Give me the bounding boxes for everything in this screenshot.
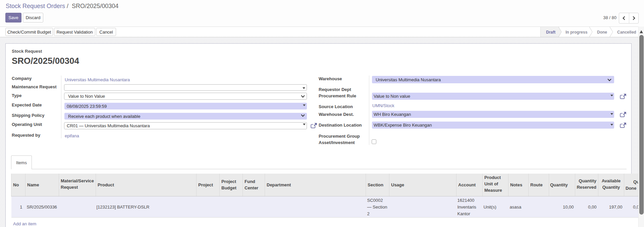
svg-text:Cancelled: Cancelled — [617, 30, 636, 35]
svg-text:Done: Done — [597, 30, 607, 35]
svg-text:In progress: In progress — [566, 30, 588, 35]
svg-text:Draft: Draft — [546, 30, 555, 35]
